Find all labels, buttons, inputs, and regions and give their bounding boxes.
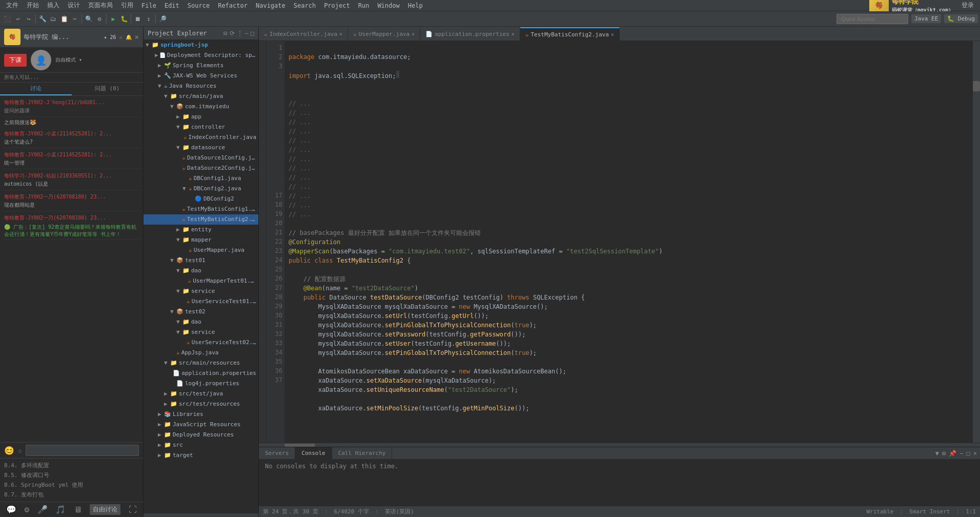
tab-question[interactable]: 问题 (0)	[72, 83, 144, 95]
xia-ke-btn[interactable]: 下课	[4, 54, 27, 67]
tree-item-app[interactable]: ▶ 📁 app	[144, 112, 258, 122]
tree-item-java-resources[interactable]: ▼ ☕ Java Resources	[144, 81, 258, 91]
nav-music-btn[interactable]: 🎵	[55, 505, 66, 514]
nav-screen-btn[interactable]: 🖥	[74, 505, 82, 514]
star-btn[interactable]: ☆	[17, 446, 23, 455]
menu-page-cn[interactable]: 页面布局	[84, 0, 117, 11]
menu-file-cn[interactable]: 文件	[2, 0, 23, 11]
tree-item-dao2[interactable]: ▼ 📁 dao	[144, 317, 258, 327]
toolbar-btn-3[interactable]: ↪	[24, 14, 34, 24]
tab-close-0[interactable]: ×	[339, 31, 342, 37]
tree-item-src[interactable]: ▶ 📁 src	[144, 440, 258, 450]
tree-item-app-props[interactable]: 📄 application.properties	[144, 368, 258, 379]
tab-tmbc2[interactable]: ☕ TestMyBatisConfig2.java ×	[520, 27, 620, 41]
bottom-maximize-btn[interactable]: □	[966, 449, 971, 458]
menu-ref-cn[interactable]: 引用	[117, 0, 137, 11]
java-ee-btn[interactable]: Java EE	[911, 14, 941, 23]
tree-item-log4j[interactable]: 📄 log4j.properties	[144, 379, 258, 389]
toolbar-btn-8[interactable]: ⚙	[94, 14, 105, 24]
tree-item-mapper[interactable]: ▼ 📁 mapper	[144, 235, 258, 245]
menu-navigate[interactable]: Navigate	[252, 1, 290, 10]
tree-item-appjsp[interactable]: ☕ AppJsp.java	[144, 348, 258, 358]
menu-file-en[interactable]: File	[137, 1, 160, 10]
course-item-1[interactable]: 8.4. 多环境配置	[4, 461, 139, 470]
tree-item-src-test-res[interactable]: ▶ 📁 src/test/resources	[144, 399, 258, 409]
tree-root[interactable]: ▼ 📁 springboot-jsp	[144, 40, 258, 50]
pe-sync-btn[interactable]: ⟳	[230, 30, 235, 37]
toolbar-btn-6[interactable]: 📋	[59, 14, 69, 24]
pe-menu-btn[interactable]: ⋮	[237, 30, 243, 37]
menu-insert-cn[interactable]: 插入	[43, 0, 64, 11]
console-new-btn[interactable]: ⊞	[941, 449, 947, 458]
tab-usermapper[interactable]: ☕ UserMapper.java ×	[348, 27, 420, 41]
menu-start-cn[interactable]: 开始	[23, 0, 43, 11]
tree-item-target[interactable]: ▶ 📁 target	[144, 450, 258, 461]
toolbar-run[interactable]: ▶	[108, 14, 118, 24]
menu-project[interactable]: Project	[320, 1, 354, 10]
tree-item-controller[interactable]: ▼ 📁 controller	[144, 122, 258, 132]
toolbar-btn-9[interactable]: ⏹	[133, 14, 143, 24]
tree-item-dbconfig1[interactable]: ☕ DBConfig1.java	[144, 173, 258, 184]
menu-refactor[interactable]: Refactor	[214, 1, 252, 10]
toolbar-btn-2[interactable]: ↩	[13, 14, 23, 24]
bottom-tab-servers[interactable]: Servers	[259, 447, 295, 460]
tree-item-usermapper[interactable]: ☕ UserMapper.java	[144, 245, 258, 255]
menu-window[interactable]: Window	[373, 1, 403, 10]
editor-scrollbar-h[interactable]	[259, 443, 980, 447]
tree-item-com[interactable]: ▼ 📦 com.itmayiedu	[144, 102, 258, 112]
tree-item-deployment[interactable]: ▶ 📄 Deployment Descriptor: springboo...	[144, 50, 258, 61]
menu-source[interactable]: Source	[183, 1, 214, 10]
tree-item-test02[interactable]: ▼ 📦 test02	[144, 307, 258, 317]
tab-discussion[interactable]: 讨论	[0, 83, 72, 95]
toolbar-btn-1[interactable]: ⬛	[2, 14, 12, 24]
tree-item-src-test[interactable]: ▶ 📁 src/test/java	[144, 389, 258, 399]
bottom-tab-call-hierarchy[interactable]: Call Hierarchy	[332, 447, 393, 460]
tab-indexcontroller[interactable]: ☕ IndexController.java ×	[259, 27, 348, 41]
toolbar-btn-10[interactable]: ↕	[144, 14, 154, 24]
console-menu-btn[interactable]: ▼	[934, 449, 940, 458]
toolbar-btn-7[interactable]: ✂	[70, 14, 80, 24]
tree-item-src-main[interactable]: ▼ 📁 src/main/java	[144, 91, 258, 102]
tab-app-props[interactable]: 📄 application.properties ×	[420, 27, 520, 41]
tab-close-1[interactable]: ×	[412, 31, 415, 37]
toolbar-search[interactable]: 🔍	[84, 14, 94, 24]
tree-item-dao1[interactable]: ▼ 📁 dao	[144, 266, 258, 276]
tree-item-ust01[interactable]: ☕ UserMapperTest01...	[144, 276, 258, 286]
pe-collapse-btn[interactable]: ⊟	[223, 30, 227, 37]
nav-mode-btn[interactable]: 自由讨论	[90, 504, 120, 515]
tree-item-service1[interactable]: ▼ 📁 service	[144, 286, 258, 296]
tree-item-dbconfig2[interactable]: ▼ ☕ DBConfig2.java	[144, 184, 258, 194]
menu-edit[interactable]: Edit	[160, 1, 183, 10]
tab-close-3[interactable]: ×	[611, 32, 614, 37]
tree-item-libraries[interactable]: ▶ 📚 Libraries	[144, 409, 258, 420]
tree-item-test01[interactable]: ▼ 📦 test01	[144, 255, 258, 266]
project-scrollbar-h[interactable]	[144, 513, 258, 517]
tree-item-ds2[interactable]: ☕ DataSource2Config.jav...	[144, 163, 258, 173]
code-body[interactable]: package com.itmayiedu.datasource; import…	[284, 41, 973, 443]
tree-item-entity[interactable]: ▶ 📁 entity	[144, 225, 258, 235]
bottom-minimize-btn[interactable]: −	[958, 449, 964, 458]
tree-item-deployed[interactable]: ▶ 📁 Deployed Resources	[144, 430, 258, 440]
close-panel-btn[interactable]: ×	[135, 33, 139, 41]
nav-expand-btn[interactable]: ⛶	[129, 505, 137, 514]
toolbar-btn-5[interactable]: 🗂	[48, 14, 58, 24]
tree-item-tmbc1[interactable]: ☕ TestMyBatisConfig1.ja...	[144, 204, 258, 214]
tree-item-dbconfig2-class[interactable]: 🔵 DBConfig2	[144, 194, 258, 204]
nav-settings-btn[interactable]: ⚙	[24, 505, 29, 514]
tree-item-uss02[interactable]: ☕ UserServiceTest02...	[144, 337, 258, 348]
tab-close-2[interactable]: ×	[512, 31, 515, 37]
menu-help[interactable]: Help	[404, 1, 427, 10]
tree-item-uss01[interactable]: ☕ UserServiceTest01...	[144, 296, 258, 307]
chat-input[interactable]	[26, 445, 139, 456]
course-item-3[interactable]: 8.6. SpringBoot yml 使用	[4, 480, 139, 490]
debug-btn[interactable]: 🐛 Debug	[944, 14, 978, 23]
pe-minimize-btn[interactable]: −	[245, 30, 249, 37]
nav-chat-btn[interactable]: 💬	[6, 505, 16, 514]
emoji-btn[interactable]: 😊	[4, 446, 14, 455]
tree-item-src-main-res[interactable]: ▼ 📁 src/main/resources	[144, 358, 258, 368]
quick-access-input[interactable]	[836, 14, 908, 24]
tree-item-ds1[interactable]: ☕ DataSource1Config.jav...	[144, 153, 258, 163]
tree-item-service2[interactable]: ▼ 📁 service	[144, 327, 258, 337]
toolbar-btn-11[interactable]: 🔎	[157, 14, 168, 24]
editor-scrollbar-v[interactable]	[973, 41, 980, 443]
